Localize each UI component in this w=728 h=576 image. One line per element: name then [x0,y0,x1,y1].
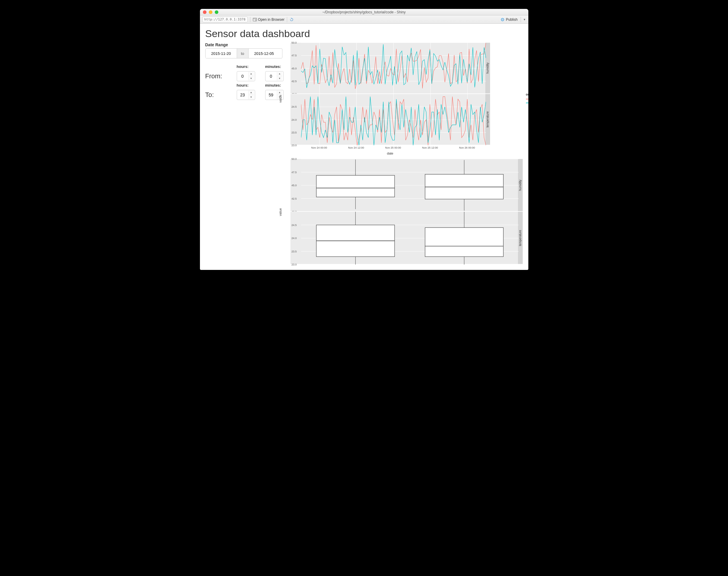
y-tick: 24.5 [290,105,297,108]
chart-panel-humidity: humidity40.042.545.047.550.0 [290,42,491,94]
hours-column-label: hours: [237,83,260,88]
zoom-icon[interactable] [215,10,218,14]
browser-window-icon [253,18,257,21]
legend: origin bedroomkitchen [526,92,528,105]
close-icon[interactable] [203,10,206,14]
minutes-column-label: minutes: [265,83,289,88]
spin-down-icon[interactable]: ▼ [249,95,254,99]
publish-label: Publish [506,18,517,22]
date-end-input[interactable] [249,49,280,58]
hours-column-label: hours: [237,64,260,69]
svg-rect-0 [253,18,257,21]
address-field[interactable]: http://127.0.0.1:3378 [202,17,248,22]
y-tick: 47.5 [290,54,297,57]
box-chart-panels: humidity40.042.545.047.550.0temperature2… [290,159,523,264]
legend-swatch [526,103,528,103]
spin-down-icon[interactable]: ▼ [277,76,282,81]
facet-strip: humidity [485,43,490,93]
minutes-column-label: minutes: [265,64,289,69]
reload-button[interactable] [289,18,294,22]
date-range-label: Date Range [205,42,282,47]
box-kitchen [425,228,503,257]
x-axis-ticks: Nov 24 00:00Nov 24 12:00Nov 25 00:00Nov … [301,146,486,150]
toolbar-separator [250,17,250,22]
x-axis-label: date [290,151,491,155]
y-axis-label: value [278,208,282,216]
box-kitchen [425,174,503,199]
toolbar-separator [287,17,287,22]
window-controls [203,10,218,14]
to-hours-input[interactable]: ▲▼ [237,90,255,100]
y-tick: 42.5 [290,80,297,83]
from-minutes-input[interactable]: ▲▼ [265,71,284,81]
legend-item: bedroom [526,97,528,100]
legend-swatch [526,99,528,99]
spin-down-icon[interactable]: ▼ [249,76,254,81]
spin-up-icon[interactable]: ▲ [277,90,282,95]
publish-icon [501,18,505,22]
box-bedroom [316,175,395,197]
page-title: Sensor data dashboard [205,28,523,39]
y-tick: 23.5 [290,131,297,134]
y-tick: 50.0 [290,41,297,44]
to-minutes-field[interactable] [265,92,277,97]
y-axis-label: value [278,95,282,103]
to-hours-field[interactable] [237,92,248,97]
y-tick: 23.0 [290,144,297,147]
box-panel-humidity: humidity40.042.545.047.550.0 [290,159,523,211]
date-start-input[interactable] [205,49,237,58]
x-tick: Nov 26 00:00 [459,146,475,149]
chevron-down-icon[interactable]: ▼ [523,18,526,21]
x-tick: Nov 24 00:00 [311,146,327,149]
spin-up-icon[interactable]: ▲ [249,72,254,76]
toolbar-separator [521,17,521,22]
legend-item: kitchen [526,101,528,105]
spin-up-icon[interactable]: ▲ [277,72,282,76]
open-in-browser-label: Open in Browser [258,18,284,22]
app-window: ~/Dropbox/projects/shiny/gdocs_tutorial/… [200,9,528,270]
facet-strip: temperature [485,94,490,145]
from-row-label: From: [205,73,232,80]
box-panel-temperature: temperature23.023.524.024.5 [290,211,523,264]
toolbar: http://127.0.0.1:3378 Open in Browser Pu… [200,16,528,24]
x-tick: Nov 25 00:00 [385,146,401,149]
window-title: ~/Dropbox/projects/shiny/gdocs_tutorial/… [323,10,405,14]
chart-panel-temperature: temperature23.023.524.024.5 [290,94,491,145]
open-in-browser-button[interactable]: Open in Browser [253,18,284,22]
y-tick: 45.0 [290,67,297,70]
publish-button[interactable]: Publish ▼ [501,17,526,22]
line-chart: value humidity40.042.545.047.550.0temper… [286,42,523,155]
to-row-label: To: [205,91,232,99]
minimize-icon[interactable] [209,10,213,14]
date-range-input: to [205,48,282,58]
sidebar: Date Range to hours: minutes: From: [205,42,282,269]
from-minutes-field[interactable] [265,74,277,79]
date-range-to: to [237,49,249,58]
box-chart: value humidity40.042.545.047.550.0temper… [286,159,523,265]
from-hours-input[interactable]: ▲▼ [237,71,255,81]
main-area: value humidity40.042.545.047.550.0temper… [286,42,523,269]
legend-title: origin [526,92,528,96]
y-tick: 24.0 [290,118,297,121]
window-titlebar: ~/Dropbox/projects/shiny/gdocs_tutorial/… [200,9,528,16]
x-tick: Nov 25 12:00 [422,146,438,149]
reload-icon [289,18,294,22]
line-chart-panels: humidity40.042.545.047.550.0temperature2… [290,42,491,145]
spin-up-icon[interactable]: ▲ [249,90,254,95]
svg-point-3 [502,19,503,20]
x-tick: Nov 24 12:00 [348,146,364,149]
from-hours-field[interactable] [237,74,248,79]
page-content: Sensor data dashboard Date Range to hour… [200,24,528,270]
